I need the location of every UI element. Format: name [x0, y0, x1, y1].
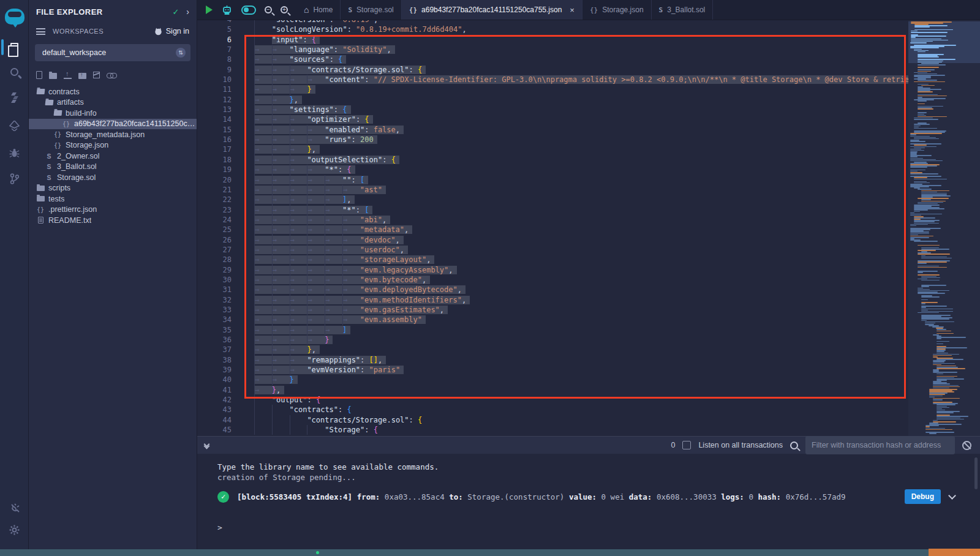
- tree-item-scripts[interactable]: scripts: [29, 183, 197, 194]
- code-line-10[interactable]: 10→→→→"content": "// SPDX-License-Identi…: [197, 75, 980, 85]
- tree-item-storage-json[interactable]: {}Storage.json: [29, 140, 197, 151]
- code-line-38[interactable]: 38→→→"remappings": [],: [197, 355, 980, 365]
- tx-expand-chevron-icon[interactable]: [948, 492, 956, 500]
- new-file-icon[interactable]: [36, 71, 42, 79]
- code-line-18[interactable]: 18→→→"outputSelection": {: [197, 155, 980, 165]
- terminal-scrollbar[interactable]: [974, 457, 978, 489]
- expand-terminal-icon[interactable]: [205, 442, 209, 448]
- toggle-icon[interactable]: [241, 6, 256, 15]
- code-line-35[interactable]: 35→→→→→]: [197, 325, 980, 335]
- tree-item-tests[interactable]: tests: [29, 193, 197, 205]
- tree-item-3-ballot-sol[interactable]: S3_Ballot.sol: [29, 162, 197, 173]
- remix-logo-icon: [0, 6, 29, 27]
- zoom-in-icon[interactable]: +: [281, 6, 288, 13]
- code-line-45[interactable]: 45 "Storage": {: [197, 425, 980, 435]
- status-orange-badge[interactable]: [929, 549, 980, 556]
- code-line-26[interactable]: 26→→→→→→"devdoc",: [197, 235, 980, 245]
- code-line-5[interactable]: 5 "solcLongVersion": "0.8.19+commit.7dd6…: [197, 24, 980, 34]
- search-icon[interactable]: [0, 61, 29, 82]
- tab-storage-json[interactable]: {}Storage.json: [582, 0, 652, 20]
- code-line-6[interactable]: 6 "input": {: [197, 35, 980, 45]
- code-line-28[interactable]: 28→→→→→→"storageLayout",: [197, 255, 980, 265]
- code-line-31[interactable]: 31→→→→→→"evm.deployedBytecode",: [197, 285, 980, 295]
- code-line-8[interactable]: 8→→"sources": {: [197, 54, 980, 64]
- code-line-25[interactable]: 25→→→→→→"metadata",: [197, 225, 980, 235]
- code-line-19[interactable]: 19→→→→"*": {: [197, 165, 980, 175]
- deploy-run-icon[interactable]: [0, 115, 29, 136]
- code-line-34[interactable]: 34→→→→→→"evm.assembly": [197, 315, 980, 325]
- code-line-41[interactable]: 41→},: [197, 385, 980, 395]
- minimap[interactable]: [908, 20, 980, 436]
- code-line-27[interactable]: 27→→→→→→"userdoc",: [197, 245, 980, 255]
- code-line-24[interactable]: 24→→→→→→"abi",: [197, 215, 980, 225]
- code-line-23[interactable]: 23→→→→→"*": [: [197, 205, 980, 215]
- code-line-14[interactable]: 14→→→"optimizer": {: [197, 115, 980, 124]
- tab-label: Home: [313, 6, 333, 14]
- code-line-11[interactable]: 11→→→}: [197, 85, 980, 94]
- run-script-icon[interactable]: [206, 6, 213, 14]
- code-line-30[interactable]: 30→→→→→→"evm.bytecode",: [197, 275, 980, 285]
- code-line-4[interactable]: 4 "solcVersion": "0.8.19",: [197, 20, 980, 24]
- upload-folder-icon[interactable]: [78, 73, 86, 79]
- tree-item-storage-sol[interactable]: SStorage.sol: [29, 172, 197, 183]
- upload-file-icon[interactable]: [64, 72, 72, 79]
- code-line-15[interactable]: 15→→→→"enabled": false,: [197, 125, 980, 135]
- code-line-44[interactable]: 44 "contracts/Storage.sol": {: [197, 415, 980, 425]
- tree-item-storage-metadata-json[interactable]: {}Storage_metadata.json: [29, 129, 197, 140]
- code-editor[interactable]: 4 "solcVersion": "0.8.19",5 "solcLongVer…: [197, 20, 980, 436]
- file-explorer-icon[interactable]: [0, 37, 29, 58]
- code-line-21[interactable]: 21→→→→→→"ast": [197, 185, 980, 195]
- code-line-37[interactable]: 37→→→},: [197, 345, 980, 355]
- chevron-right-icon[interactable]: ›: [186, 7, 189, 17]
- code-line-43[interactable]: 43 "contracts": {: [197, 405, 980, 415]
- tab-storage-sol[interactable]: SStorage.sol: [341, 0, 401, 20]
- tree-item-artifacts[interactable]: artifacts: [29, 97, 197, 108]
- tree-item-a69b43f277ba20fcac141151250ca7-[interactable]: {}a69b43f277ba20fcac141151250ca7...: [29, 119, 197, 130]
- git-icon[interactable]: [0, 168, 29, 189]
- tree-item-build-info[interactable]: build-info: [29, 108, 197, 119]
- code-line-12[interactable]: 12→→},: [197, 95, 980, 105]
- tab-3-ballot-sol[interactable]: S3_Ballot.sol: [652, 0, 714, 20]
- code-line-13[interactable]: 13→→"settings": {: [197, 105, 980, 115]
- code-line-17[interactable]: 17→→→},: [197, 145, 980, 154]
- debugger-icon[interactable]: [0, 143, 29, 163]
- plugin-manager-icon[interactable]: [0, 497, 29, 518]
- remixai-robot-icon[interactable]: [221, 5, 233, 15]
- new-folder-icon[interactable]: [49, 73, 57, 79]
- terminal-search-icon[interactable]: [790, 441, 798, 449]
- code-line-9[interactable]: 9→→→"contracts/Storage.sol": {: [197, 65, 980, 75]
- code-line-36[interactable]: 36→→→→}: [197, 335, 980, 345]
- code-line-33[interactable]: 33→→→→→→"evm.gasEstimates",: [197, 305, 980, 315]
- tab-home[interactable]: ⌂Home: [296, 0, 341, 20]
- solidity-compiler-icon[interactable]: [0, 88, 29, 108]
- tree-item-readme-txt[interactable]: README.txt: [29, 215, 197, 226]
- clear-console-icon[interactable]: [962, 441, 971, 450]
- workspace-select[interactable]: default_workspace ⇅: [35, 44, 190, 61]
- code-line-32[interactable]: 32→→→→→→"evm.methodIdentifiers",: [197, 295, 980, 305]
- ipfs-box-icon[interactable]: [93, 72, 100, 78]
- zoom-out-icon[interactable]: −: [265, 6, 272, 13]
- code-line-7[interactable]: 7→→"language": "Solidity",: [197, 45, 980, 54]
- code-line-29[interactable]: 29→→→→→→"evm.legacyAssembly",: [197, 265, 980, 275]
- debug-button[interactable]: Debug: [905, 489, 941, 504]
- tab-a69b43f277ba20fcac141151250ca755-json[interactable]: {}a69b43f277ba20fcac141151250ca755.json×: [402, 0, 582, 20]
- tree-item-2-owner-sol[interactable]: S2_Owner.sol: [29, 151, 197, 162]
- github-signin[interactable]: Sign in: [154, 27, 189, 36]
- code-line-22[interactable]: 22→→→→→],: [197, 195, 980, 205]
- transaction-filter-input[interactable]: [805, 436, 955, 454]
- listen-checkbox[interactable]: [682, 441, 691, 449]
- code-line-16[interactable]: 16→→→→"runs": 200: [197, 135, 980, 145]
- code-line-39[interactable]: 39→→→"evmVersion": "paris": [197, 365, 980, 375]
- code-line-42[interactable]: 42 "output": {: [197, 395, 980, 405]
- tree-item-contracts[interactable]: contracts: [29, 86, 197, 97]
- code-line-40[interactable]: 40→→}: [197, 375, 980, 385]
- tree-item--prettierrc-json[interactable]: {}.prettierrc.json: [29, 205, 197, 216]
- code-line-20[interactable]: 20→→→→→"": [: [197, 175, 980, 185]
- workspaces-menu-icon[interactable]: [36, 28, 45, 35]
- settings-icon[interactable]: [0, 519, 29, 540]
- line-number: 43: [197, 405, 232, 415]
- terminal-prompt[interactable]: >: [217, 523, 222, 532]
- link-icon[interactable]: [107, 72, 116, 78]
- close-tab-icon[interactable]: ×: [570, 6, 575, 15]
- transaction-log-row[interactable]: ✓ [block:5583405 txIndex:4] from: 0xa03.…: [217, 489, 959, 504]
